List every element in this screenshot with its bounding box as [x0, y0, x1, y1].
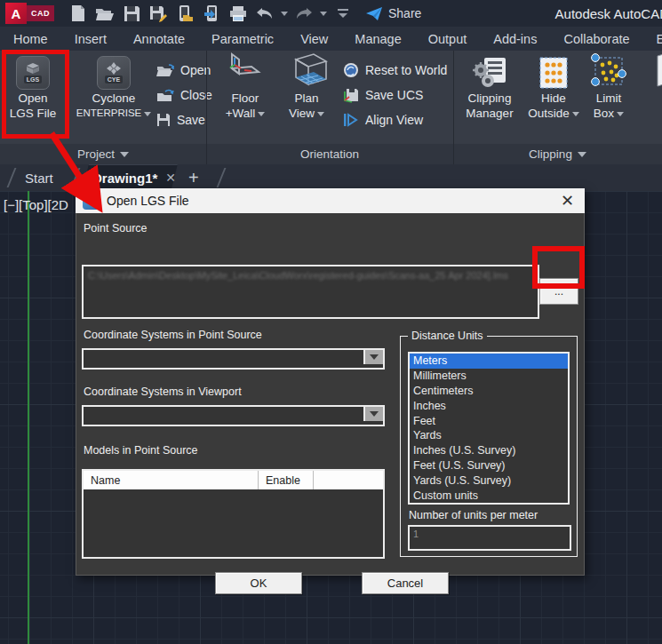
point-source-label: Point Source — [84, 222, 148, 235]
ribbon-tab-view[interactable]: View — [287, 27, 341, 51]
unit-option-millimeters[interactable]: Millimeters — [410, 369, 568, 384]
limit-box-icon — [590, 52, 627, 90]
lgs-dialog-icon: ‹ — [83, 193, 100, 210]
lgs-icon: LGS — [16, 56, 50, 90]
open-from-mobile-icon[interactable] — [173, 3, 196, 24]
dialog-titlebar[interactable]: ‹ Open LGS File ✕ — [76, 188, 585, 213]
tab-separator — [217, 168, 227, 187]
panel-separator — [206, 51, 207, 164]
orientation-panel-label[interactable]: Orientation — [206, 144, 453, 164]
project-panel-label[interactable]: Project — [0, 144, 206, 164]
units-per-meter-input[interactable]: 1 — [408, 525, 571, 551]
cyclone-enterprise-button[interactable]: CYE Cyclone ENTERPRISE — [73, 56, 155, 120]
project-save-button[interactable]: Save — [156, 107, 212, 132]
plot-icon[interactable] — [227, 3, 250, 24]
unit-option-yards-u-s-survey-[interactable]: Yards (U.S. Survey) — [410, 473, 568, 488]
unit-option-centimeters[interactable]: Centimeters — [410, 384, 568, 399]
clipping-manager-icon — [470, 56, 509, 90]
clipping-panel-label[interactable]: Clipping — [453, 144, 662, 164]
hide-outside-dropdown-icon[interactable] — [572, 112, 579, 116]
undo-icon[interactable] — [253, 3, 276, 24]
ribbon-tab-insert[interactable]: Insert — [61, 27, 120, 51]
save-small-icon — [156, 113, 171, 127]
tab-start[interactable]: Start — [25, 164, 53, 191]
window-title: Autodesk AutoCAD — [555, 0, 662, 27]
save-to-mobile-icon[interactable] — [200, 3, 223, 24]
ribbon-tab-output[interactable]: Output — [415, 27, 481, 51]
redo-icon[interactable] — [292, 3, 315, 24]
ribbon: LGS Open LGS File CYE Cyclone ENTERPRISE… — [0, 51, 662, 144]
limit-box-dropdown-icon[interactable] — [617, 112, 624, 116]
ribbon-tab-parametric[interactable]: Parametric — [198, 27, 287, 51]
unit-option-inches-u-s-survey-[interactable]: Inches (U.S. Survey) — [410, 443, 568, 458]
share-plane-icon — [365, 6, 383, 21]
undo-dropdown-icon[interactable] — [281, 12, 288, 16]
autocad-logo[interactable]: A CAD — [5, 3, 54, 24]
open-lgs-file-button[interactable]: LGS Open LGS File — [5, 56, 60, 120]
unit-option-custom-units[interactable]: Custom units — [410, 488, 568, 503]
new-drawing-tab-icon[interactable]: + — [188, 164, 199, 191]
floor-wall-dropdown-icon[interactable] — [258, 112, 265, 116]
align-view-icon — [343, 113, 359, 127]
ribbon-tab-manage[interactable]: Manage — [341, 27, 414, 51]
reset-to-world-button[interactable]: Reset to World — [343, 58, 447, 83]
ribbon-tab-annotate[interactable]: Annotate — [120, 27, 198, 51]
open-lgs-dialog: ‹ Open LGS File ✕ Point Source C:\Users\… — [76, 188, 585, 576]
redo-dropdown-icon[interactable] — [320, 12, 327, 16]
cyclone-dropdown-icon[interactable] — [144, 112, 151, 116]
unit-option-meters[interactable]: Meters — [410, 354, 568, 369]
unit-option-feet[interactable]: Feet — [410, 413, 568, 428]
unit-option-yards[interactable]: Yards — [410, 428, 568, 443]
unit-option-inches[interactable]: Inches — [410, 398, 568, 413]
plan-view-button[interactable]: Plan View — [279, 52, 334, 120]
save-ucs-button[interactable]: Save UCS — [343, 83, 447, 107]
models-table[interactable]: NameEnable — [82, 469, 385, 559]
cancel-button[interactable]: Cancel — [362, 572, 449, 594]
ribbon-tab-collaborate[interactable]: Collaborate — [550, 27, 642, 51]
models-column-name[interactable]: Name — [84, 471, 259, 489]
distance-units-listbox[interactable]: MetersMillimetersCentimetersInchesFeetYa… — [408, 352, 570, 505]
dialog-body: Point Source C:\Users\Admin\Desktop\MySi… — [76, 213, 585, 576]
clipping-manager-button[interactable]: Clipping Manager — [460, 56, 519, 120]
cs-point-source-label: Coordinate Systems in Point Source — [84, 329, 262, 341]
new-file-icon[interactable] — [67, 3, 90, 24]
tab-separator — [71, 168, 81, 187]
share-button[interactable]: Share — [365, 6, 421, 21]
clipped-edge-button[interactable]: X A — [642, 52, 662, 120]
project-close-button[interactable]: Close — [156, 83, 212, 107]
save-as-icon[interactable] — [147, 3, 170, 24]
point-source-field[interactable]: C:\Users\Admin\Desktop\MySite_Leica\Clou… — [82, 265, 539, 319]
project-panel-dropdown-icon — [120, 152, 129, 157]
plan-view-dropdown-icon[interactable] — [317, 112, 324, 116]
combo-dropdown-icon[interactable] — [363, 350, 383, 364]
ok-button[interactable]: OK — [215, 572, 302, 594]
tab-drawing1[interactable]: Drawing1* ✕ — [92, 164, 176, 191]
cs-point-source-combobox[interactable] — [82, 348, 385, 370]
cs-viewport-combobox[interactable] — [82, 405, 385, 426]
plan-view-icon — [283, 52, 330, 90]
tab-close-icon[interactable]: ✕ — [165, 171, 176, 185]
save-icon[interactable] — [120, 3, 143, 24]
dialog-close-icon[interactable]: ✕ — [561, 188, 574, 213]
app-titlebar: A CAD — [0, 0, 662, 27]
hide-outside-button[interactable]: Hide Outside — [528, 56, 579, 120]
customize-toolbar-icon[interactable] — [331, 3, 355, 24]
ribbon-tab-home[interactable]: Home — [0, 27, 61, 51]
unit-option-feet-u-s-survey-[interactable]: Feet (U.S. Survey) — [410, 458, 568, 473]
floor-wall-button[interactable]: Floor +Wall — [219, 52, 272, 120]
browse-button[interactable]: ... — [539, 278, 578, 305]
open-file-icon[interactable] — [93, 3, 116, 24]
viewport-controls-label[interactable]: [−][Top][2D — [4, 197, 68, 212]
models-column-enable[interactable]: Enable — [259, 471, 314, 489]
project-open-button[interactable]: Open — [156, 58, 212, 83]
ribbon-tab-express[interactable]: Express — [643, 27, 662, 51]
limit-box-button[interactable]: Limit Box — [585, 52, 633, 120]
hide-outside-icon — [538, 56, 569, 90]
ribbon-tab-add-ins[interactable]: Add-ins — [480, 27, 550, 51]
align-view-button[interactable]: Align View — [343, 107, 447, 132]
autocad-logo-a: A — [5, 3, 27, 24]
distance-units-label: Distance Units — [408, 330, 487, 342]
quick-access-toolbar: Share — [67, 3, 421, 24]
combo-dropdown-icon[interactable] — [363, 407, 383, 421]
clipping-panel-dropdown-icon — [578, 152, 586, 157]
